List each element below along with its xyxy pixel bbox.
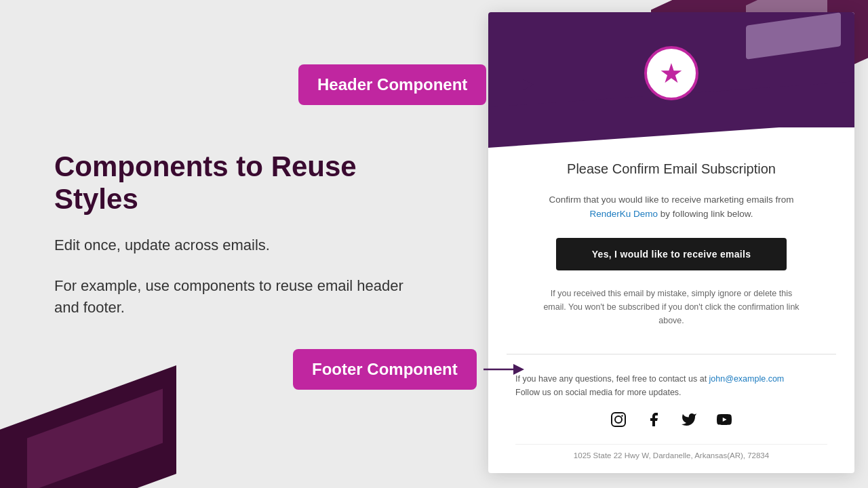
footer-arrow [484, 360, 524, 379]
email-divider [507, 354, 836, 354]
desc-text-2: For example, use components to reuse ema… [54, 275, 431, 319]
email-footer: If you have any questions, feel free to … [488, 361, 854, 473]
renderku-link[interactable]: RenderKu Demo [590, 209, 658, 219]
email-header: ★ [488, 12, 854, 127]
header-arrow [493, 75, 534, 94]
ignore-text: If you received this email by mistake, s… [542, 287, 800, 327]
svg-point-5 [615, 416, 622, 423]
email-desc: Confirm that you would like to receive m… [542, 193, 800, 222]
twitter-icon[interactable] [678, 409, 700, 430]
confirm-button[interactable]: Yes, I would like to receive emails [556, 238, 787, 270]
footer-contact: If you have any questions, feel free to … [515, 372, 827, 399]
email-preview: ★ Please Confirm Email Subscription Conf… [488, 12, 854, 473]
svg-rect-4 [612, 413, 625, 426]
facebook-icon[interactable] [643, 409, 665, 430]
footer-address: 1025 State 22 Hwy W, Dardanelle, Arkansa… [515, 444, 827, 460]
main-title: Components to Reuse Styles [54, 150, 431, 216]
svg-point-6 [621, 415, 623, 416]
header-component-label: Header Component [298, 64, 486, 105]
contact-email-link[interactable]: john@example.com [709, 374, 785, 384]
svg-marker-3 [513, 364, 524, 375]
social-icons [515, 409, 827, 430]
header-label-section: Header Component [298, 64, 534, 105]
youtube-icon[interactable] [713, 409, 735, 430]
footer-component-label: Footer Component [293, 349, 477, 390]
instagram-icon[interactable] [608, 409, 629, 430]
header-deco [746, 12, 841, 60]
email-title: Please Confirm Email Subscription [567, 161, 776, 177]
svg-marker-1 [523, 79, 534, 90]
star-icon: ★ [659, 58, 684, 89]
desc-text-1: Edit once, update across emails. [54, 235, 431, 256]
star-badge: ★ [644, 46, 698, 100]
footer-label-section: Footer Component [293, 349, 524, 390]
email-body: Please Confirm Email Subscription Confir… [488, 127, 854, 347]
